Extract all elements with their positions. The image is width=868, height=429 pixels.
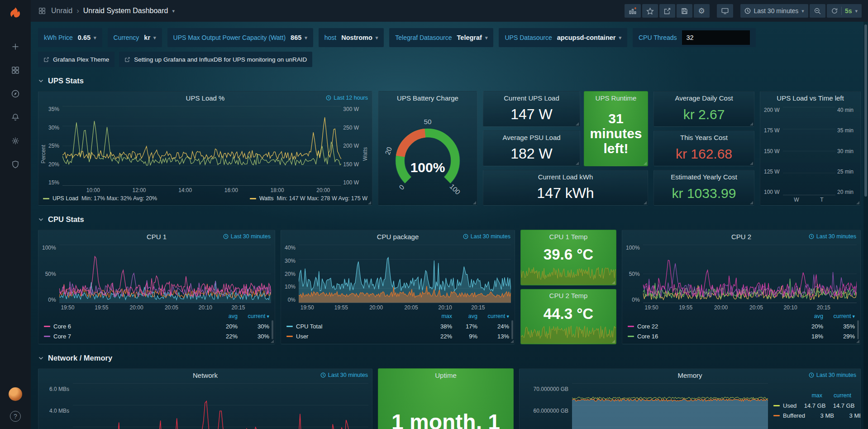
panel-header[interactable]: CPU 2 Temp (521, 289, 616, 302)
dashboards-icon[interactable] (10, 65, 20, 75)
memory-chart[interactable] (572, 383, 768, 429)
cycle-view-button[interactable] (717, 4, 733, 18)
panel-header[interactable]: Average Daily Cost (654, 92, 754, 104)
panel-header[interactable]: CPU package Last 30 minutes (281, 230, 515, 243)
panel-header[interactable]: Network Last 30 minutes (38, 369, 372, 381)
star-button[interactable] (642, 4, 658, 18)
legend-col-max[interactable]: max (793, 392, 822, 399)
legend-col-current[interactable]: current (822, 392, 851, 399)
panel-timerange-badge[interactable]: Last 30 minutes (223, 233, 271, 240)
ups-load-chart[interactable] (62, 106, 341, 185)
panel-header[interactable]: CPU 2 Last 30 minutes (622, 230, 860, 243)
legend-col-current[interactable]: current▾ (238, 313, 269, 319)
variable-ups-datasource[interactable]: UPS Datasource apcupsd-container▾ (499, 28, 627, 47)
panel-header[interactable]: CPU 1 Last 30 minutes (38, 230, 275, 243)
series-color-marker (44, 326, 50, 327)
panel-header[interactable]: Uptime (378, 369, 513, 381)
sidebar-nav (10, 42, 20, 169)
dashboard-settings-button[interactable]: ⚙ (694, 4, 710, 18)
legend-col-current[interactable]: current▾ (823, 313, 855, 319)
create-plus-icon[interactable] (10, 42, 20, 52)
breadcrumb-folder[interactable]: Unraid (51, 7, 72, 15)
panel-header[interactable]: This Years Cost (654, 131, 754, 144)
share-button[interactable] (659, 4, 675, 18)
network-chart[interactable] (73, 383, 368, 429)
chevron-down-icon: ▾ (376, 35, 378, 41)
legend-scrollbar[interactable] (272, 320, 273, 339)
legend-row[interactable]: Core 22 20% 35% (628, 321, 855, 331)
link-ups-monitoring-guide[interactable]: Setting up Grafana and InfluxDB for UPS … (119, 52, 312, 67)
legend-item[interactable]: UPS Load Min: 17% Max: 32% Avg: 20% (43, 195, 157, 202)
panel-timerange-badge[interactable]: Last 30 minutes (809, 372, 856, 378)
grafana-logo[interactable] (7, 5, 24, 23)
cpu-threads-input[interactable] (682, 30, 750, 45)
user-avatar[interactable] (9, 387, 22, 401)
sidebar-bottom: ? (9, 387, 22, 422)
cpu1-chart[interactable] (59, 245, 271, 303)
configuration-gear-icon[interactable] (10, 136, 20, 146)
refresh-button[interactable]: 5s ▾ (827, 4, 862, 18)
explore-compass-icon[interactable] (10, 89, 20, 99)
legend-col-avg[interactable]: avg (452, 313, 477, 319)
panel-header[interactable]: Estimated Yearly Cost (654, 170, 754, 183)
zoom-out-button[interactable] (810, 4, 825, 18)
legend-row[interactable]: Core 16 18% 29% (628, 331, 855, 341)
svg-text:50: 50 (424, 118, 432, 125)
legend-col-avg[interactable]: avg (206, 313, 238, 319)
legend-col-max[interactable]: max (422, 313, 452, 319)
panel-header[interactable]: Current Load kWh (483, 170, 648, 183)
series-color-marker (628, 326, 634, 327)
help-icon[interactable]: ? (10, 411, 21, 422)
dashboard-grid-icon[interactable] (37, 6, 47, 16)
page-scrollbar-thumb[interactable] (864, 24, 867, 197)
legend-scrollbar[interactable] (511, 320, 513, 339)
panel-header[interactable]: Average PSU Load (483, 131, 580, 144)
dashboard-submenu: kWh Price 0.65▾ Currency kr▾ UPS Max Out… (31, 22, 868, 67)
cpu-package-chart[interactable] (299, 245, 511, 303)
variable-currency[interactable]: Currency kr▾ (108, 28, 162, 47)
cpu1-temp-sparkline (521, 262, 616, 285)
legend-scrollbar[interactable] (857, 320, 859, 339)
legend-row[interactable]: Buffered 3 MB 3 MB (773, 410, 851, 420)
panel-header[interactable]: UPS Runtime (584, 92, 648, 104)
variable-host[interactable]: host Nostromo▾ (319, 28, 384, 47)
chevron-down-icon: ▾ (801, 8, 804, 14)
server-admin-shield-icon[interactable] (10, 159, 20, 169)
panel-timerange-badge[interactable]: Last 12 hours (326, 95, 368, 101)
legend-row[interactable]: CPU Total 38% 17% 24% (286, 321, 509, 331)
legend-row[interactable]: Core 7 22% 30% (44, 331, 269, 341)
time-range-picker[interactable]: Last 30 minutes ▾ (740, 4, 808, 18)
panel-network: Network Last 30 minutes 6.0 MBs 4.0 MBs … (38, 368, 372, 429)
battery-gauge: 0 20 50 100 100% (378, 104, 477, 205)
cpu2-chart[interactable] (643, 245, 857, 303)
legend-item[interactable]: Watts Min: 147 W Max: 278 W Avg: 175 W (250, 195, 367, 202)
link-grafana-plex-theme[interactable]: Grafana Plex Theme (38, 52, 114, 67)
variable-ups-max-output[interactable]: UPS Max Output Power Capacity (Watt) 865… (167, 28, 313, 47)
panel-header[interactable]: CPU 1 Temp (521, 230, 616, 243)
panel-header[interactable]: UPS Battery Charge (378, 92, 477, 104)
panel-header[interactable]: Memory Last 30 minutes (520, 369, 860, 381)
breadcrumb-dashboard-title[interactable]: Unraid System Dashboard (83, 7, 168, 15)
panel-timerange-badge[interactable]: Last 30 minutes (320, 372, 368, 378)
panel-header[interactable]: UPS Load vs Time left (760, 92, 860, 104)
chevron-down-icon (38, 355, 44, 361)
save-button[interactable] (677, 4, 692, 18)
panel-timerange-badge[interactable]: Last 30 minutes (463, 233, 510, 240)
legend-row[interactable]: Used 14.7 GB 14.7 GB (773, 400, 851, 410)
row-header-ups-stats[interactable]: UPS Stats (38, 74, 861, 87)
panel-cpu1: CPU 1 Last 30 minutes 100% 50% 0% (38, 230, 275, 344)
chevron-down-icon[interactable]: ▾ (172, 8, 175, 14)
variable-telegraf-datasource[interactable]: Telegraf Datasource Telegraf▾ (389, 28, 493, 47)
alerting-bell-icon[interactable] (10, 112, 20, 122)
panel-header[interactable]: Current UPS Load (483, 92, 580, 104)
row-header-cpu-stats[interactable]: CPU Stats (38, 212, 861, 226)
panel-timerange-badge[interactable]: Last 30 minutes (809, 233, 856, 240)
row-header-network-memory[interactable]: Network / Memory (38, 351, 861, 365)
legend-col-current[interactable]: current▾ (477, 313, 509, 319)
legend-row[interactable]: User 22% 9% 13% (286, 331, 509, 341)
panel-header[interactable]: UPS Load % Last 12 hours (38, 92, 372, 104)
legend-col-avg[interactable]: avg (792, 313, 823, 319)
legend-row[interactable]: Core 6 20% 30% (44, 321, 269, 331)
add-panel-button[interactable] (625, 4, 641, 18)
variable-kwh-price[interactable]: kWh Price 0.65▾ (38, 28, 102, 47)
